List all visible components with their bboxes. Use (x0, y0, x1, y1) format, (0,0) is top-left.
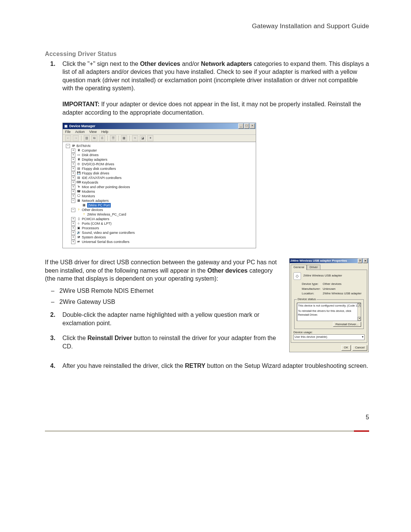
network-adapters-node[interactable]: − ▦ Network adapters (71, 198, 254, 203)
tree-category[interactable]: +⌽Ports (COM & LPT) (71, 221, 254, 226)
device-big-icon: ◇ (293, 272, 301, 280)
back-icon[interactable]: ← (65, 135, 71, 141)
other-child-node[interactable]: ? 2Wire Wireless_PC_Card (76, 212, 254, 217)
other-devices-node[interactable]: − ? Other devices (71, 208, 254, 212)
expand-icon[interactable]: + (71, 194, 75, 198)
close-button[interactable]: × (363, 259, 368, 263)
collapse-icon[interactable]: − (71, 208, 75, 212)
tree-category[interactable]: +🔊Sound, video and game controllers (71, 230, 254, 235)
tab-driver[interactable]: Driver (307, 265, 320, 270)
tree-category[interactable]: +💾Floppy disk drives (71, 171, 254, 176)
tree-category[interactable]: +🖥Computer (71, 148, 254, 153)
footer-bar-gray (45, 430, 354, 432)
scrollbar[interactable]: ▴ ▾ (357, 303, 361, 321)
tree-category[interactable]: +▯PCMCIA adapters (71, 217, 254, 221)
usage-value: Use this device (enable) (295, 335, 327, 339)
expand-icon[interactable]: + (71, 235, 75, 240)
expand-icon[interactable]: + (71, 190, 75, 194)
menu-action[interactable]: Action (75, 129, 85, 134)
expand-icon[interactable]: + (71, 158, 75, 162)
expand-icon[interactable]: + (71, 222, 75, 226)
tree-category[interactable]: +◎DVD/CD-ROM drives (71, 162, 254, 166)
root-label: BATMAN (76, 144, 91, 148)
important-note: IMPORTANT: If your adapter or device doe… (62, 100, 369, 117)
maximize-button[interactable]: □ (244, 123, 249, 129)
window-titlebar[interactable]: ▣ Device Manager _ □ × (63, 123, 256, 129)
tree-category[interactable]: +▣Processors (71, 226, 254, 230)
tree-category[interactable]: +⌨Keyboards (71, 180, 254, 185)
tree-category[interactable]: +▭Disk drives (71, 153, 254, 157)
expand-icon[interactable]: + (71, 231, 75, 235)
tree-category[interactable]: +🖰Mice and other pointing devices (71, 185, 254, 189)
net-child-node[interactable]: ▦ 2Wire PC Port (76, 203, 254, 208)
collapse-icon[interactable]: − (71, 199, 75, 203)
category-label: PCMCIA adapters (82, 217, 109, 221)
tree-category[interactable]: +🖥Display adapters (71, 157, 254, 162)
selected-adapter[interactable]: 2Wire PC Port (87, 203, 111, 208)
menu-view[interactable]: View (89, 129, 97, 134)
device-icon: ▣ (76, 226, 81, 230)
expand-icon[interactable]: + (71, 217, 75, 221)
expand-icon[interactable]: + (71, 176, 75, 180)
category-label: IDE ATA/ATAPI controllers (82, 176, 121, 180)
expand-icon[interactable]: + (71, 185, 75, 189)
question-icon: ? (82, 212, 86, 217)
close-button[interactable]: × (250, 123, 255, 129)
menu-file[interactable]: File (65, 129, 71, 134)
tree-category[interactable]: +▤Floppy disk controllers (71, 166, 254, 171)
category-label: Computer (82, 148, 97, 153)
expand-icon[interactable]: + (71, 240, 75, 244)
expand-icon[interactable]: + (71, 149, 75, 153)
expand-icon[interactable]: + (71, 153, 75, 157)
tb-icon-4[interactable]: ⧉ (91, 135, 97, 141)
tb-icon-10[interactable]: ✦ (147, 135, 153, 141)
tree-category[interactable]: +⇄Universal Serial Bus controllers (71, 240, 254, 244)
tb-icon-8[interactable]: ≈ (132, 135, 138, 141)
tree-category[interactable]: +▤IDE ATA/ATAPI controllers (71, 176, 254, 180)
cancel-button[interactable]: Cancel (352, 345, 367, 351)
print-icon[interactable]: ⎙ (99, 135, 105, 141)
help-button[interactable]: ? (358, 259, 362, 263)
usb-para-bold: Other devices (207, 267, 248, 274)
device-icon: ▤ (76, 167, 81, 171)
tab-general[interactable]: General (291, 265, 307, 270)
step-4-post: button on the Setup Wizard adapter troub… (206, 363, 368, 369)
forward-icon[interactable]: → (73, 135, 79, 141)
ok-button[interactable]: OK (341, 345, 351, 351)
tb-icon-9[interactable]: ◪ (140, 135, 146, 141)
reinstall-driver-button[interactable]: Reinstall Driver... (333, 322, 361, 327)
scroll-up-icon[interactable]: ▴ (358, 303, 361, 307)
dialog-titlebar[interactable]: 2Wire Wireless USB adapter Properties ? … (290, 259, 368, 263)
step-2: Double-click the adapter name highlighte… (62, 311, 282, 327)
collapse-icon[interactable]: − (66, 144, 70, 148)
status-line-1: This device is not configured correctly.… (298, 304, 360, 308)
tree-root-node[interactable]: − 🖳 BATMAN (66, 144, 254, 148)
toolbar-separator (118, 136, 119, 141)
category-label: Keyboards (82, 180, 98, 185)
expand-icon[interactable]: + (71, 181, 75, 185)
expand-icon[interactable]: + (71, 171, 75, 176)
device-status-box: Device status This device is not configu… (294, 297, 364, 329)
tb-icon-7[interactable]: ▦ (121, 135, 127, 141)
expand-icon[interactable]: + (71, 167, 75, 171)
tree-category[interactable]: +🖳System devices (71, 235, 254, 240)
important-text: If your adapter or device does not appea… (62, 101, 361, 116)
step-1: Click the "+" sign next to the Other dev… (62, 60, 369, 249)
tb-icon-6[interactable]: ☰ (110, 135, 116, 141)
minimize-button[interactable]: _ (238, 123, 244, 129)
usage-select[interactable]: Use this device (enable) ▾ (293, 334, 365, 340)
device-tree[interactable]: − 🖳 BATMAN +🖥Computer+▭Disk drives+🖥Disp… (63, 142, 256, 248)
step-3: Click the Reinstall Driver button to rei… (62, 334, 282, 350)
tb-icon-3[interactable]: ▥ (84, 135, 90, 141)
menu-help[interactable]: Help (101, 129, 108, 134)
device-icon: 🖳 (76, 235, 81, 240)
tree-category[interactable]: +☎Modems (71, 189, 254, 194)
expand-icon[interactable]: + (71, 162, 75, 166)
dropdown-icon[interactable]: ▾ (362, 335, 363, 339)
tree-category[interactable]: +🖵Monitors (71, 194, 254, 198)
expand-icon[interactable]: + (71, 226, 75, 230)
device-icon: ⌨ (76, 181, 81, 185)
device-icon: ◎ (76, 162, 81, 166)
device-icon: 🖥 (76, 158, 81, 162)
scroll-down-icon[interactable]: ▾ (358, 317, 361, 321)
